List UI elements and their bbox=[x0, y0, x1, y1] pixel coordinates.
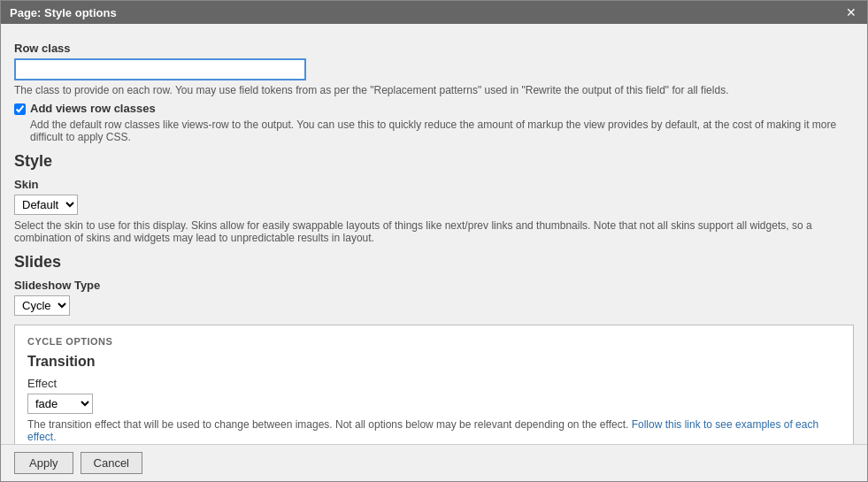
row-class-section: Row class The class to provide on each r… bbox=[14, 42, 854, 96]
row-class-input[interactable] bbox=[14, 58, 306, 80]
close-button[interactable]: ✕ bbox=[844, 5, 858, 19]
add-views-row-classes-label: Add views row classes bbox=[30, 102, 156, 115]
add-views-row-classes-help: Add the default row classes like views-r… bbox=[30, 119, 854, 143]
cancel-button[interactable]: Cancel bbox=[81, 452, 142, 474]
cycle-options-box: CYCLE OPTIONS Transition Effect fade scr… bbox=[14, 325, 854, 444]
dialog-title: Page: Style options bbox=[10, 6, 117, 19]
slideshow-type-select[interactable]: Cycle bbox=[14, 295, 70, 316]
row-class-label: Row class bbox=[14, 42, 854, 55]
slideshow-type-label: Slideshow Type bbox=[14, 279, 854, 292]
dialog-content: Row class The class to provide on each r… bbox=[1, 24, 867, 444]
skin-label: Skin bbox=[14, 178, 854, 191]
skin-select[interactable]: Default bbox=[14, 195, 78, 215]
title-bar: Page: Style options ✕ bbox=[1, 1, 867, 24]
effect-select[interactable]: fade scroll zoom fadeout bbox=[27, 394, 93, 414]
footer-bar: Apply Cancel bbox=[1, 444, 867, 481]
add-views-row-classes-checkbox[interactable] bbox=[14, 103, 26, 115]
transition-title: Transition bbox=[27, 354, 841, 370]
apply-button[interactable]: Apply bbox=[14, 452, 73, 474]
skin-help: Select the skin to use for this display.… bbox=[14, 219, 854, 244]
add-views-row-classes-row: Add views row classes bbox=[14, 102, 854, 115]
row-class-help: The class to provide on each row. You ma… bbox=[14, 84, 854, 96]
dialog: Page: Style options ✕ Row class The clas… bbox=[0, 0, 868, 482]
effect-label: Effect bbox=[27, 377, 841, 390]
slides-section-title: Slides bbox=[14, 253, 854, 272]
cycle-options-header: CYCLE OPTIONS bbox=[27, 336, 841, 347]
transition-help: The transition effect that will be used … bbox=[27, 418, 841, 443]
style-section-title: Style bbox=[14, 152, 854, 171]
transition-help-text: The transition effect that will be used … bbox=[27, 418, 628, 431]
